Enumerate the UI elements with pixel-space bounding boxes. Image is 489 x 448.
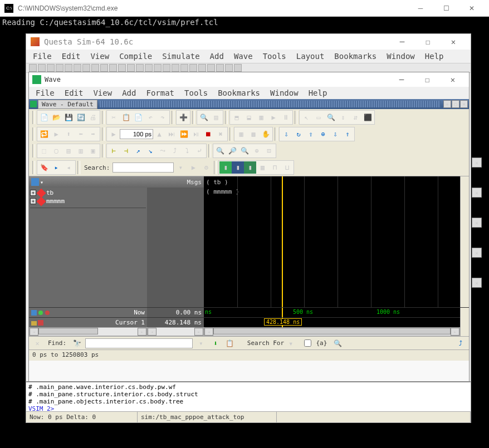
compile-order-icon[interactable]: ▦ [255,111,267,124]
toolbar-icon[interactable] [145,64,153,72]
filter-icon[interactable]: ▤ [210,111,222,124]
search-input[interactable] [113,163,174,173]
cursor-flag[interactable]: 428.148 ns [264,318,302,326]
mem-icon[interactable]: ▦ [235,128,247,140]
find-options-icon[interactable]: ⤴ [454,337,467,349]
signal-hscroll[interactable]: ◂ ▸ [29,327,147,336]
side-close-icon[interactable]: ✕ [472,278,482,288]
cursor-up-icon[interactable]: ⇧ [305,128,317,140]
toolbar-icon[interactable] [172,64,179,72]
wave-tab-dock-button[interactable]: ▢ [452,100,459,108]
find-help-icon[interactable]: 📋 [224,337,236,349]
cursor-top-icon[interactable]: ⇑ [341,128,354,140]
expand-icon[interactable]: + [30,190,36,196]
simulate-icon[interactable]: ▶ [267,111,280,124]
minimize-button[interactable]: ─ [408,0,433,17]
waveform-panel[interactable]: ( tb ) ( mmmmm ) [204,176,460,307]
toolbar-icon[interactable] [189,64,197,72]
trans-icon[interactable]: ⤳ [157,145,169,157]
wave-menu-tools[interactable]: Tools [180,87,212,99]
toolbar-icon[interactable] [91,64,99,72]
find-input[interactable] [85,338,193,348]
wave-vscroll[interactable] [460,176,469,307]
fmt-binary-icon[interactable]: ▮ [219,161,232,174]
expand-icon[interactable]: + [30,198,36,204]
toolbar-icon[interactable] [127,64,135,72]
scroll-right-icon[interactable]: ▸ [451,328,459,336]
fmt-lit-icon[interactable]: ⊓ [268,161,281,174]
cursor-center-icon[interactable]: ⊕ [317,128,329,140]
chevron-down-icon[interactable]: ▾ [40,179,43,185]
print-icon[interactable]: 🖨 [87,111,99,124]
zoom-full-icon[interactable]: 🔍 [238,145,251,157]
run-length-icon[interactable]: ▶ [107,128,120,140]
toolbar-icon[interactable] [38,64,46,72]
cursor-ruler[interactable]: 428.148 ns [204,318,460,327]
run-all-icon[interactable]: ⏭ [165,128,178,140]
questa-minimize-button[interactable]: ─ [389,33,415,50]
scroll-left-icon[interactable]: ◂ [148,328,157,336]
menu-help[interactable]: Help [420,51,448,62]
search-go-icon[interactable]: ▶ [187,161,199,174]
zoom-icon[interactable]: 🔍 [325,111,337,124]
lock-icon[interactable] [31,320,37,326]
trans4-icon[interactable]: ⤶ [193,145,206,157]
toolbar-icon[interactable] [47,64,55,72]
wave-menu-file[interactable]: File [31,87,59,99]
wave-menu-add[interactable]: Add [118,87,140,99]
cursor-snap-icon[interactable]: ↻ [292,128,305,140]
match-case-checkbox[interactable] [304,339,311,347]
wave-tab-close-button[interactable]: ✕ [460,100,468,108]
toolbar-icon[interactable] [216,64,224,72]
dot-icon[interactable] [45,310,50,316]
scroll-right-icon[interactable]: ▸ [138,328,146,336]
break-sim-icon[interactable]: ⏹ [202,128,214,140]
side-close-icon[interactable]: ✕ [472,188,482,198]
toolbar-icon[interactable] [180,64,188,72]
find-close-icon[interactable]: ✕ [31,337,43,349]
menu-layout[interactable]: Layout [292,51,329,62]
add-wave-icon[interactable]: ➕ [177,111,189,124]
toolbar-icon[interactable] [74,64,81,72]
toolbar-icon[interactable] [65,64,72,72]
toolbar-icon[interactable] [136,64,144,72]
menu-wave[interactable]: Wave [229,51,257,62]
time-ruler[interactable]: ns 500 ns 1000 ns [204,308,460,317]
search-opts-icon[interactable]: ⚙ [200,161,212,174]
scroll-right-icon[interactable]: ▸ [194,328,203,336]
signal-header-icon[interactable] [31,178,39,186]
cursor-icon[interactable]: ↖ [300,111,312,124]
open-icon[interactable]: 📂 [50,111,62,124]
trans3-icon[interactable]: ⤵ [181,145,193,157]
edge-fall-icon[interactable]: ↘ [144,145,157,157]
compile-all-icon[interactable]: ⬓ [243,111,255,124]
break-icon[interactable]: ⏸ [280,111,292,124]
win-close-icon[interactable]: ▣ [87,145,99,157]
trans2-icon[interactable]: ⤴ [169,145,181,157]
dataflow-icon[interactable]: ▩ [247,128,260,140]
wave-tab-add-button[interactable]: + [443,100,451,108]
menu-window[interactable]: Window [382,51,419,62]
wave-menu-help[interactable]: Help [304,87,332,99]
select-icon[interactable]: ▭ [312,111,325,124]
save-icon[interactable]: 💾 [62,111,75,124]
toolbar-icon[interactable] [109,64,117,72]
time-up-icon[interactable]: ▲ [153,128,165,140]
menu-simulate[interactable]: Simulate [158,51,204,62]
close-button[interactable]: ✕ [459,0,485,17]
binoculars-icon[interactable]: 🔭 [71,337,83,349]
toolbar-icon[interactable] [225,64,233,72]
reload-icon[interactable]: 🔄 [75,111,87,124]
find-down-icon[interactable]: ⬇ [209,337,222,349]
menu-compile[interactable]: Compile [115,51,157,62]
menu-add[interactable]: Add [206,51,228,62]
toolbar-icon[interactable] [198,64,206,72]
vsim-prompt[interactable]: VSIM 2> [28,405,468,411]
tree-row[interactable]: + tb [30,189,146,197]
wave-maximize-button[interactable]: ☐ [414,71,440,88]
maximize-button[interactable]: ☐ [433,0,459,17]
stop-sim-icon[interactable]: ✖ [214,128,227,140]
toolbar-icon[interactable] [56,64,63,72]
expand-icon[interactable]: ⇕ [337,111,349,124]
collapse-icon[interactable]: ⇵ [349,111,361,124]
